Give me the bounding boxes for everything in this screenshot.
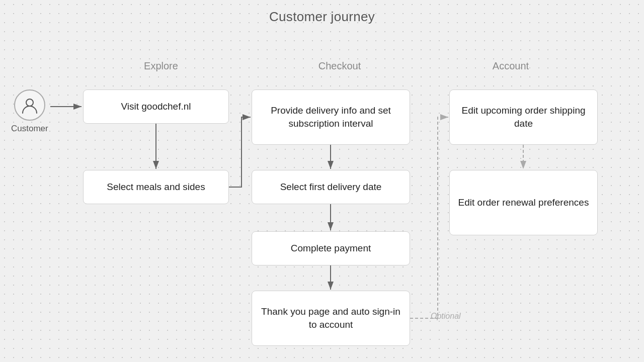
col-header-checkout: Checkout [247, 60, 433, 72]
box-visit: Visit goodchef.nl [83, 89, 229, 124]
box-select-meals: Select meals and sides [83, 170, 229, 204]
customer-label: Customer [11, 124, 48, 134]
box-select-date: Select first delivery date [252, 170, 410, 204]
svg-point-0 [26, 99, 33, 106]
box-complete-payment: Complete payment [252, 231, 410, 265]
box-provide-delivery: Provide delivery info and set subscripti… [252, 89, 410, 145]
optional-label: Optional [431, 312, 461, 321]
col-header-account: Account [440, 60, 581, 72]
box-thank-you: Thank you page and auto sign-in to accou… [252, 291, 410, 346]
customer-node: Customer [11, 89, 48, 134]
customer-icon [14, 89, 45, 121]
page-title: Customer journey [0, 0, 644, 25]
col-header-explore: Explore [86, 60, 236, 72]
box-edit-shipping: Edit upcoming order shipping date [449, 89, 598, 145]
box-edit-renewal: Edit order renewal preferences [449, 170, 598, 235]
